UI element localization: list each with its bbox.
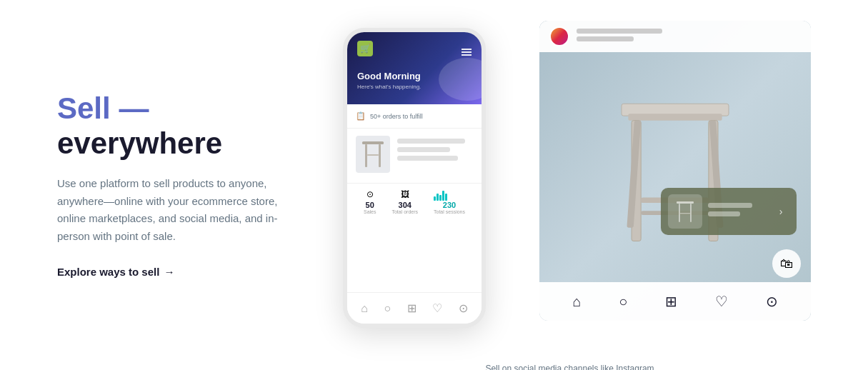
orders-stat-icon: 🖼 xyxy=(391,189,418,199)
body-text: Use one platform to sell products to any… xyxy=(57,175,293,246)
sales-value: 50 xyxy=(364,201,376,209)
tooltip-line-1 xyxy=(708,203,752,208)
everywhere-text: everywhere xyxy=(57,126,222,160)
sessions-value: 230 xyxy=(434,201,465,209)
explore-link[interactable]: Explore ways to sell → xyxy=(57,266,174,278)
sales-label: Sales xyxy=(364,209,376,214)
hamburger-menu[interactable] xyxy=(462,49,472,56)
instagram-name-lines xyxy=(577,29,801,44)
instagram-top-bar xyxy=(539,21,811,52)
svg-rect-9 xyxy=(679,204,680,222)
svg-rect-12 xyxy=(362,141,384,144)
arrow-icon: → xyxy=(164,266,174,278)
svg-rect-10 xyxy=(690,204,692,222)
left-section: Sell — everywhere Use one platform to se… xyxy=(57,91,329,279)
shopify-logo-icon: 🛒 xyxy=(360,44,371,54)
insta-line-2 xyxy=(577,36,634,41)
instagram-caption: Sell on social media channels like Insta… xyxy=(329,364,811,370)
phone-home-icon[interactable]: ⌂ xyxy=(361,302,368,315)
phone-add-icon[interactable]: ⊞ xyxy=(407,301,416,315)
phone-stats: ⊙ 50 Sales 🖼 304 Total orders xyxy=(347,183,482,221)
svg-rect-11 xyxy=(680,213,690,214)
phone-orders-section: 📋 50+ orders to fulfill xyxy=(347,104,482,129)
product-line-1 xyxy=(397,139,465,144)
svg-rect-8 xyxy=(677,201,694,204)
phone-search-icon[interactable]: ○ xyxy=(384,302,391,315)
headline: Sell — everywhere xyxy=(57,91,300,161)
phone-mockup: 🛒 Good Morning Here's what's happening. … xyxy=(343,28,486,328)
shopify-logo: 🛒 xyxy=(357,41,373,56)
instagram-bottom-nav: ⌂ ○ ⊞ ♡ ⊙ xyxy=(539,282,811,321)
product-line-2 xyxy=(397,147,450,152)
sell-text: Sell — xyxy=(57,91,149,125)
sessions-chart xyxy=(434,189,465,201)
bag-icon: 🛍 xyxy=(780,256,793,271)
heart-icon[interactable]: ♡ xyxy=(715,293,728,310)
add-icon[interactable]: ⊞ xyxy=(665,293,677,310)
product-line-3 xyxy=(397,156,458,161)
stat-orders: 🖼 304 Total orders xyxy=(391,189,418,214)
stool-svg xyxy=(604,64,747,278)
stat-sales: ⊙ 50 Sales xyxy=(364,189,376,214)
svg-rect-1 xyxy=(628,114,722,120)
tooltip-lines xyxy=(708,203,767,220)
tooltip-line-2 xyxy=(708,211,740,216)
shopping-bag-button[interactable]: 🛍 xyxy=(772,249,801,278)
phone-nav: ⌂ ○ ⊞ ♡ ⊙ xyxy=(347,292,482,324)
instagram-card: › 🛍 ⌂ ○ ⊞ ♡ ⊙ xyxy=(539,21,811,321)
phone-heart-icon[interactable]: ♡ xyxy=(432,301,442,315)
tooltip-thumbnail xyxy=(668,194,702,229)
home-icon[interactable]: ⌂ xyxy=(572,294,581,310)
product-tooltip: › xyxy=(661,188,797,235)
orders-label: Total orders xyxy=(391,209,418,214)
product-detail-lines xyxy=(397,136,473,164)
decorative-bubble xyxy=(439,58,486,101)
phone-user-icon[interactable]: ⊙ xyxy=(459,301,468,315)
phone-header: 🛒 Good Morning Here's what's happening. xyxy=(347,32,482,104)
right-section: › 🛍 ⌂ ○ ⊞ ♡ ⊙ 🛒 xyxy=(329,21,811,349)
sessions-label: Total sessions xyxy=(434,209,465,214)
svg-rect-15 xyxy=(367,154,379,156)
product-thumbnail xyxy=(356,136,390,173)
orders-value: 304 xyxy=(391,201,418,209)
phone-product-section xyxy=(347,129,482,180)
search-icon[interactable]: ○ xyxy=(619,294,627,310)
instagram-avatar xyxy=(549,26,569,46)
chevron-right-icon: › xyxy=(772,203,789,220)
explore-link-text: Explore ways to sell xyxy=(57,266,159,278)
stat-sessions: 230 Total sessions xyxy=(434,189,465,214)
stool-image-area xyxy=(539,21,811,321)
page-container: Sell — everywhere Use one platform to se… xyxy=(0,0,868,370)
svg-rect-14 xyxy=(379,144,381,167)
profile-icon[interactable]: ⊙ xyxy=(766,293,778,310)
orders-icon: 📋 xyxy=(356,111,366,121)
svg-rect-13 xyxy=(365,144,367,167)
sales-icon: ⊙ xyxy=(364,189,376,199)
orders-text: 50+ orders to fulfill xyxy=(370,113,423,120)
insta-line-1 xyxy=(577,29,662,34)
